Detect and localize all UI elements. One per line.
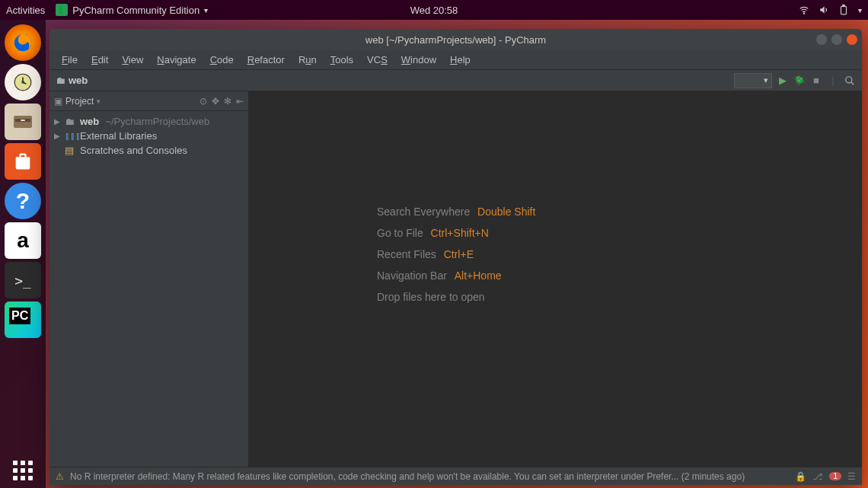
menu-window[interactable]: Window <box>395 53 442 67</box>
tree-scratches[interactable]: ▤ Scratches and Consoles <box>54 143 244 158</box>
project-tab-label[interactable]: Project <box>65 96 94 107</box>
scratch-icon: ▤ <box>65 145 77 156</box>
tree-root[interactable]: ▶ 🖿 web ~/PycharmProjects/web <box>54 114 244 129</box>
library-icon: ⫿⫿⫿ <box>65 130 77 142</box>
search-icon[interactable] <box>844 75 856 87</box>
settings-gear-icon[interactable]: ✻ <box>224 96 231 107</box>
battery-icon[interactable] <box>838 5 849 15</box>
network-icon[interactable] <box>799 5 809 15</box>
dock-firefox[interactable] <box>5 24 41 61</box>
hint-go-to-file: Go to File Ctrl+Shift+N <box>377 227 489 239</box>
toolbar-separator: | <box>827 75 839 87</box>
panel-clock[interactable]: Wed 20:58 <box>410 5 458 16</box>
maximize-button[interactable] <box>831 34 842 45</box>
minimize-button[interactable] <box>816 34 827 45</box>
stop-icon[interactable]: ■ <box>810 75 822 87</box>
hint-search-everywhere: Search Everywhere Double Shift <box>377 206 535 218</box>
project-tab-icon: ▣ <box>54 96 62 107</box>
menu-edit[interactable]: Edit <box>85 53 114 67</box>
chevron-right-icon[interactable]: ▶ <box>54 117 62 126</box>
pycharm-mini-icon: ▌ <box>56 4 68 16</box>
menu-view[interactable]: View <box>116 53 149 67</box>
hint-navigation-bar: Navigation Bar Alt+Home <box>377 270 502 282</box>
breadcrumb[interactable]: web <box>69 75 88 86</box>
nav-toolbar: 🖿 web ▾ ▶ 🪲 ■ | <box>49 70 862 91</box>
scroll-to-source-icon[interactable]: ✥ <box>212 96 219 107</box>
svg-rect-2 <box>843 5 844 7</box>
editor-empty-state[interactable]: Search Everywhere Double Shift Go to Fil… <box>249 91 862 467</box>
hint-shortcut: Alt+Home <box>455 270 502 282</box>
event-log-badge[interactable]: 1 <box>829 472 841 480</box>
dock-amazon[interactable]: a <box>5 222 41 259</box>
hint-label: Recent Files <box>377 248 436 260</box>
menu-code[interactable]: Code <box>204 53 240 67</box>
svg-point-9 <box>846 76 852 82</box>
folder-icon: 🖿 <box>56 75 65 86</box>
status-hector-icon[interactable]: ☰ <box>847 471 856 482</box>
project-tree[interactable]: ▶ 🖿 web ~/PycharmProjects/web ▶ ⫿⫿⫿ Exte… <box>49 111 248 161</box>
hint-label: Go to File <box>377 227 423 239</box>
chevron-right-icon[interactable]: ▶ <box>54 132 62 140</box>
project-tool-window: ▣ Project ▾ ⊙ ✥ ✻ ⇤ ▶ 🖿 web ~/PycharmPro… <box>49 91 249 467</box>
titlebar[interactable]: web [~/PycharmProjects/web] - PyCharm <box>49 29 862 50</box>
volume-icon[interactable] <box>819 5 829 15</box>
app-menu-label: PyCharm Community Edition <box>72 5 199 16</box>
status-message[interactable]: No R interpreter defined: Many R related… <box>70 471 789 482</box>
project-view-dropdown-icon[interactable]: ▾ <box>97 97 101 105</box>
menu-refactor[interactable]: Refactor <box>241 53 291 67</box>
run-config-dropdown[interactable]: ▾ <box>734 73 772 88</box>
menu-navigate[interactable]: Navigate <box>151 53 202 67</box>
activities-button[interactable]: Activities <box>6 5 45 16</box>
svg-rect-1 <box>841 6 847 14</box>
hint-shortcut: Ctrl+E <box>444 248 474 260</box>
system-menu-arrow[interactable]: ▾ <box>858 6 862 14</box>
hint-shortcut: Double Shift <box>477 206 535 218</box>
pycharm-window: web [~/PycharmProjects/web] - PyCharm Fi… <box>49 29 862 485</box>
status-warning-icon[interactable]: ⚠ <box>56 471 64 482</box>
dock-clock[interactable] <box>5 64 41 100</box>
tree-external-libraries[interactable]: ▶ ⫿⫿⫿ External Libraries <box>54 129 244 143</box>
dock-help[interactable]: ? <box>5 183 41 219</box>
collapse-all-icon[interactable]: ⊙ <box>199 96 207 107</box>
svg-rect-8 <box>21 120 25 121</box>
dock-files[interactable] <box>5 104 41 140</box>
menu-file[interactable]: File <box>56 53 84 67</box>
debug-icon[interactable]: 🪲 <box>793 75 806 87</box>
dock-software[interactable] <box>5 143 41 180</box>
dock-show-applications[interactable] <box>13 461 33 480</box>
tree-root-path: ~/PycharmProjects/web <box>105 116 209 127</box>
menu-run[interactable]: Run <box>292 53 323 67</box>
menu-tools[interactable]: Tools <box>324 53 359 67</box>
hint-label: Drop files here to open <box>377 291 485 303</box>
status-lock-icon[interactable]: 🔒 <box>795 471 806 482</box>
dock-pycharm[interactable]: PC <box>5 301 41 338</box>
hint-recent-files: Recent Files Ctrl+E <box>377 248 474 260</box>
hint-label: Navigation Bar <box>377 270 447 282</box>
status-git-icon[interactable]: ⎇ <box>812 471 823 482</box>
menu-vcs[interactable]: VCS <box>361 53 394 67</box>
tree-item-label: External Libraries <box>80 130 157 142</box>
tree-root-name: web <box>80 116 99 127</box>
ubuntu-dock: ? a >_ PC <box>0 20 46 488</box>
menubar: File Edit View Navigate Code Refactor Ru… <box>49 50 862 70</box>
tree-item-label: Scratches and Consoles <box>80 145 187 156</box>
hint-drop-files: Drop files here to open <box>377 291 485 303</box>
status-bar: ⚠ No R interpreter defined: Many R relat… <box>49 467 862 485</box>
ubuntu-top-panel: Activities ▌ PyCharm Community Edition W… <box>0 0 868 20</box>
menu-help[interactable]: Help <box>444 53 477 67</box>
hint-label: Search Everywhere <box>377 206 470 218</box>
svg-point-0 <box>803 13 804 14</box>
window-title: web [~/PycharmProjects/web] - PyCharm <box>365 34 546 46</box>
hide-panel-icon[interactable]: ⇤ <box>236 96 244 107</box>
folder-icon: 🖿 <box>65 116 77 127</box>
close-button[interactable] <box>847 34 857 45</box>
hint-shortcut: Ctrl+Shift+N <box>431 227 489 239</box>
dock-terminal[interactable]: >_ <box>5 262 41 298</box>
run-icon[interactable]: ▶ <box>777 75 789 87</box>
app-menu[interactable]: ▌ PyCharm Community Edition <box>56 4 208 16</box>
